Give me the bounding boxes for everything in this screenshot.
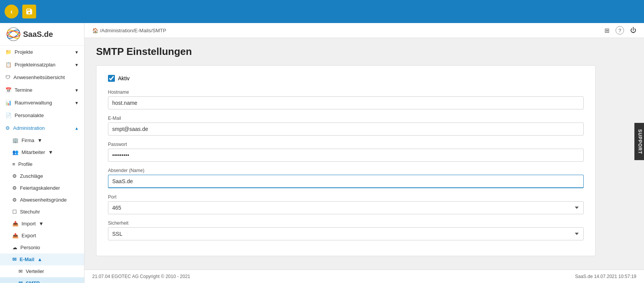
anwesenheit-icon: 🛡 bbox=[5, 74, 10, 80]
sidebar-item-profile[interactable]: ≡ Profile bbox=[0, 158, 84, 170]
termine-icon: 📅 bbox=[5, 87, 12, 93]
chevron-up-icon: ▲ bbox=[37, 257, 42, 262]
abwesenheit-icon: ⚙ bbox=[12, 197, 17, 203]
chevron-icon: ▼ bbox=[39, 221, 44, 227]
form-section: Aktiv Hostname E-Mail Passwort bbox=[96, 65, 596, 256]
security-select[interactable]: SSL TLS None bbox=[108, 227, 584, 240]
chevron-icon: ▼ bbox=[75, 50, 79, 55]
raumverwaltung-icon: 📊 bbox=[5, 100, 12, 106]
sidebar-item-label: Projekteinsatzplan bbox=[15, 62, 55, 68]
active-row: Aktiv bbox=[108, 75, 584, 82]
logo-icon bbox=[6, 27, 21, 41]
brand-name: SaaS.de bbox=[23, 30, 53, 39]
sidebar-item-label: Projekte bbox=[15, 49, 33, 55]
sidebar-item-anwesenheit[interactable]: 🛡 Anwesenheitsübersicht bbox=[0, 71, 84, 84]
sidebar-item-smtp[interactable]: ✉ SMTP bbox=[0, 277, 84, 283]
sidebar-sub-label: Abwesenheitsgründe bbox=[20, 197, 66, 203]
password-label: Passwort bbox=[108, 142, 584, 147]
sidebar-sub-label: Verteiler bbox=[26, 268, 44, 274]
smtp-icon: ✉ bbox=[18, 280, 23, 283]
email-input[interactable] bbox=[108, 122, 584, 136]
sidebar-item-zuschlaege[interactable]: ⚙ Zuschläge bbox=[0, 170, 84, 182]
zuschlaege-icon: ⚙ bbox=[12, 173, 17, 179]
sidebar-sub-label: Firma bbox=[22, 137, 34, 143]
back-button[interactable]: ‹ bbox=[5, 5, 18, 18]
sidebar-sub-label: Personio bbox=[20, 245, 40, 250]
active-checkbox[interactable] bbox=[108, 75, 115, 82]
verteiler-icon: ✉ bbox=[18, 268, 23, 274]
grid-icon[interactable]: ⊞ bbox=[604, 27, 609, 34]
hostname-input[interactable] bbox=[108, 96, 584, 109]
sidebar-item-administration[interactable]: ⚙ Administration ▲ bbox=[0, 122, 84, 134]
sidebar-item-label: Administration bbox=[13, 125, 45, 131]
topbar: ‹ bbox=[0, 0, 644, 23]
sidebar-item-label: Anwesenheitsübersicht bbox=[13, 74, 65, 80]
sidebar-item-firma[interactable]: 🏢 Firma ▼ bbox=[0, 134, 84, 146]
sidebar-item-label: Personalakte bbox=[15, 113, 44, 118]
email-label: E-Mail bbox=[108, 116, 584, 121]
sidebar-item-raumverwaltung[interactable]: 📊 Raumverwaltung ▼ bbox=[0, 96, 84, 109]
sidebar-item-stechuhr[interactable]: ☐ Stechuhr bbox=[0, 206, 84, 218]
copyright-text: 21.07.04 EGOTEC AG Copyright © 2010 - 20… bbox=[92, 274, 190, 279]
stechuhr-icon: ☐ bbox=[12, 209, 17, 215]
security-label: Sicherheit bbox=[108, 220, 584, 226]
projekte-icon: 📁 bbox=[5, 49, 12, 55]
chevron-icon: ▼ bbox=[75, 63, 79, 67]
active-label: Aktiv bbox=[118, 75, 129, 81]
sidebar-sub-label: Export bbox=[22, 233, 36, 238]
sidebar-sub-label: Mitarbeiter bbox=[22, 149, 45, 155]
chevron-icon: ▼ bbox=[75, 88, 79, 93]
absender-input[interactable] bbox=[108, 175, 584, 188]
hostname-group: Hostname bbox=[108, 89, 584, 109]
absender-group: Absender (Name) bbox=[108, 168, 584, 188]
email-icon: ✉ bbox=[12, 257, 17, 262]
sidebar-item-personalakte[interactable]: 📄 Personalakte bbox=[0, 109, 84, 122]
sidebar-item-verteiler[interactable]: ✉ Verteiler bbox=[0, 265, 84, 277]
sidebar-sub-label: Import bbox=[22, 221, 36, 227]
main-content: SMTP Einstellungen Aktiv Hostname E-Mail bbox=[85, 38, 644, 270]
page-title: SMTP Einstellungen bbox=[96, 46, 632, 58]
projekteinsatzplan-icon: 📋 bbox=[5, 62, 12, 68]
feiertagskalender-icon: ⚙ bbox=[12, 185, 17, 191]
sidebar-item-mitarbeiter[interactable]: 👥 Mitarbeiter ▼ bbox=[0, 146, 84, 158]
security-group: Sicherheit SSL TLS None bbox=[108, 220, 584, 240]
sidebar-sub-label: Profile bbox=[18, 161, 33, 167]
sidebar-item-projekteinsatzplan[interactable]: 📋 Projekteinsatzplan ▼ bbox=[0, 58, 84, 71]
breadcrumb-bar: 🏠 /Administration/E-Mails/SMTP ⊞ ? ⏻ bbox=[85, 23, 644, 38]
chevron-icon: ▼ bbox=[37, 137, 42, 143]
sidebar-item-email[interactable]: ✉ E-Mail ▲ bbox=[0, 253, 84, 265]
port-select[interactable]: 465 25 587 bbox=[108, 201, 584, 214]
password-input[interactable] bbox=[108, 149, 584, 162]
sidebar-item-label: Raumverwaltung bbox=[15, 100, 52, 106]
chevron-icon: ▼ bbox=[75, 101, 79, 105]
sidebar-item-label: Termine bbox=[15, 87, 32, 93]
absender-label: Absender (Name) bbox=[108, 168, 584, 173]
sidebar-sub-label: SMTP bbox=[26, 280, 40, 283]
power-icon[interactable]: ⏻ bbox=[630, 27, 636, 34]
personalakte-icon: 📄 bbox=[5, 113, 12, 118]
sidebar-item-export[interactable]: 📤 Export bbox=[0, 230, 84, 242]
sidebar-item-abwesenheitsgruende[interactable]: ⚙ Abwesenheitsgründe bbox=[0, 194, 84, 206]
firma-icon: 🏢 bbox=[12, 137, 18, 143]
save-button[interactable] bbox=[22, 5, 36, 18]
sidebar-sub-label: Zuschläge bbox=[20, 173, 43, 179]
port-group: Port 465 25 587 bbox=[108, 194, 584, 214]
sidebar-sub-label: Feiertagskalender bbox=[20, 185, 60, 191]
breadcrumb-path: /Administration/E-Mails/SMTP bbox=[100, 28, 166, 33]
export-icon: 📤 bbox=[12, 233, 18, 238]
sidebar-item-feiertagskalender[interactable]: ⚙ Feiertagskalender bbox=[0, 182, 84, 194]
sidebar-sub-label: Stechuhr bbox=[20, 209, 40, 215]
help-icon[interactable]: ? bbox=[616, 26, 624, 35]
sidebar-item-termine[interactable]: 📅 Termine ▼ bbox=[0, 84, 84, 96]
sidebar-item-import[interactable]: 📥 Import ▼ bbox=[0, 218, 84, 230]
support-tab[interactable]: SUPPORT bbox=[634, 123, 644, 160]
personio-icon: ☁ bbox=[12, 245, 17, 250]
sidebar-item-projekte[interactable]: 📁 Projekte ▼ bbox=[0, 46, 84, 58]
breadcrumb-actions: ⊞ ? ⏻ bbox=[604, 26, 636, 35]
footer: 21.07.04 EGOTEC AG Copyright © 2010 - 20… bbox=[85, 270, 644, 283]
hostname-label: Hostname bbox=[108, 89, 584, 95]
email-group: E-Mail bbox=[108, 116, 584, 136]
administration-icon: ⚙ bbox=[5, 125, 10, 131]
sidebar-item-personio[interactable]: ☁ Personio bbox=[0, 242, 84, 253]
main-layout: SaaS.de 📁 Projekte ▼ 📋 Projekteinsatzpla… bbox=[0, 23, 644, 283]
